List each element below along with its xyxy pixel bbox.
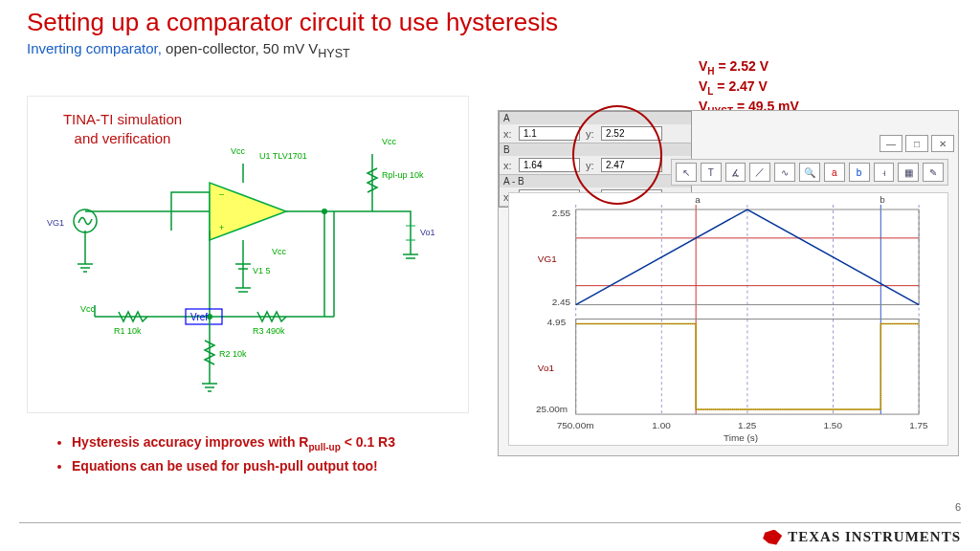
svg-text:a: a [695, 194, 701, 205]
vo1-label: Vo1 [420, 228, 435, 237]
svg-text:2.45: 2.45 [552, 297, 571, 307]
subtitle-inverting: Inverting comparator, [27, 40, 162, 56]
voltage-summary: VH = 2.52 V VL = 2.47 V VHYST = 49.5 mV [699, 57, 799, 117]
svg-text:+: + [219, 223, 224, 232]
subtitle-sub: HYST [318, 47, 349, 60]
ti-logo: TEXAS INSTRUMENTS [763, 529, 961, 545]
svg-text:–: – [219, 189, 224, 199]
svg-text:Vcc: Vcc [231, 146, 246, 156]
cursor-b-label: B [500, 143, 691, 156]
window-close-button[interactable]: ✕ [931, 135, 954, 152]
simulation-window: — □ ✕ A x: 1.1 y: 2.52 B x: 1.64 y: 2.47… [498, 110, 959, 456]
svg-text:Vcc: Vcc [80, 304, 96, 314]
slide-title: Setting up a comparator circuit to use h… [27, 8, 558, 37]
circuit-diagram: – + U1 TLV1701 Vcc VG1 Vcc Rpl-up 10k Vo… [27, 96, 469, 413]
u1-label: U1 TLV1701 [259, 151, 307, 161]
bullet-list: Hysteresis accuracy improves with Rpull-… [33, 434, 395, 479]
v15-label: V1 5 [253, 266, 271, 276]
bullet-1: Hysteresis accuracy improves with Rpull-… [72, 434, 395, 452]
window-minimize-button[interactable]: — [880, 135, 902, 152]
svg-text:VG1: VG1 [538, 253, 557, 264]
tool-zoom-icon[interactable]: 🔍 [799, 163, 820, 182]
svg-text:b: b [880, 194, 885, 205]
tool-line-icon[interactable]: ／ [749, 163, 770, 182]
tool-wave-icon[interactable]: ∿ [774, 163, 795, 182]
cursor-b-x-field[interactable]: 1.64 [519, 158, 580, 172]
svg-text:1.50: 1.50 [824, 420, 843, 430]
svg-text:Time (s): Time (s) [724, 432, 758, 443]
svg-text:1.25: 1.25 [738, 420, 757, 430]
window-maximize-button[interactable]: □ [905, 135, 928, 152]
tool-marker-a-icon[interactable]: a [824, 163, 845, 182]
tool-marker-b-icon[interactable]: b [849, 163, 870, 182]
cursor-ab-label: A - B [500, 175, 691, 187]
plot-toolbar: ↖ T ∡ ／ ∿ 🔍 a b ⫞ ▦ ✎ [671, 159, 948, 186]
r2-label: R2 10k [219, 349, 247, 359]
vref-label: Vref [190, 312, 208, 322]
svg-text:Vcc: Vcc [382, 137, 397, 146]
svg-text:Vo1: Vo1 [538, 363, 555, 373]
svg-text:2.55: 2.55 [552, 208, 571, 218]
cursor-a-x-field[interactable]: 1.1 [519, 126, 580, 141]
tool-split-icon[interactable]: ⫞ [874, 163, 895, 182]
svg-text:1.75: 1.75 [909, 420, 928, 430]
rpullup-label: Rpl-up 10k [382, 170, 424, 180]
window-controls: — □ ✕ [880, 135, 954, 152]
subtitle-rest: open-collector, 50 mV V [162, 40, 318, 56]
svg-text:750.00m: 750.00m [557, 420, 594, 430]
cursor-a-label: A [500, 112, 691, 124]
tool-text-icon[interactable]: T [701, 163, 722, 182]
tool-settings-icon[interactable]: ✎ [923, 163, 944, 182]
footer: TEXAS INSTRUMENTS [19, 522, 961, 545]
r1-label: R1 10k [114, 326, 142, 336]
slide-subtitle: Inverting comparator, open-collector, 50… [27, 40, 350, 60]
tool-measure-icon[interactable]: ∡ [725, 163, 746, 182]
page-number: 6 [955, 501, 961, 513]
plot-area[interactable]: a b VG1 2.55 2.45 Vo1 4.95 25.00m 750.00… [508, 192, 948, 446]
svg-text:1.00: 1.00 [652, 420, 671, 430]
cursor-a-y-field[interactable]: 2.52 [601, 126, 662, 141]
tool-grid-icon[interactable]: ▦ [898, 163, 919, 182]
ti-mark-icon [763, 530, 782, 545]
vg1-label: VG1 [47, 218, 64, 228]
cursor-b-y-field[interactable]: 2.47 [601, 158, 662, 172]
r3-label: R3 490k [253, 326, 285, 336]
svg-text:4.95: 4.95 [547, 317, 567, 327]
svg-text:25.00m: 25.00m [536, 404, 568, 414]
tool-cursor-icon[interactable]: ↖ [676, 163, 697, 182]
svg-text:Vcc: Vcc [272, 247, 287, 256]
bullet-2: Equations can be used for push-pull outp… [72, 458, 395, 474]
